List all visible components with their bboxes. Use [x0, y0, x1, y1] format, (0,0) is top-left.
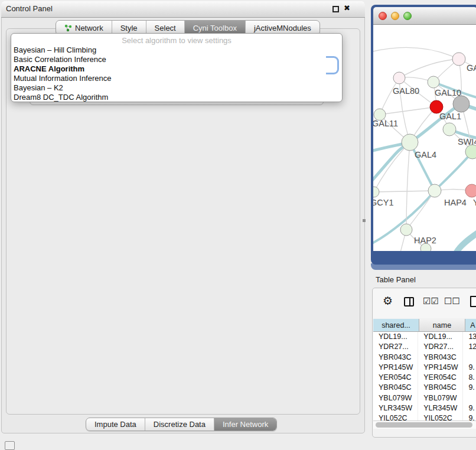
panel-splitter-grip[interactable]: [363, 219, 366, 222]
table-cell: YBR043C: [373, 353, 418, 363]
tab-label: Select: [155, 24, 176, 32]
algorithm-option-bayesian-k2[interactable]: Bayesian – K2: [11, 83, 342, 93]
zoom-traffic-light-icon[interactable]: [403, 12, 412, 20]
node-salmon[interactable]: [465, 184, 476, 197]
table-cell: YBR045C: [373, 383, 418, 393]
table-cell: 8.: [463, 373, 476, 383]
control-panel-titlebar[interactable]: [1, 1, 365, 18]
table-row[interactable]: YBR043CYBR043C: [373, 353, 476, 363]
network-edge[interactable]: [380, 107, 436, 115]
network-edge[interactable]: [399, 59, 459, 78]
table-cell: YBR043C: [418, 353, 463, 363]
table-cell: YLR345W: [373, 403, 418, 413]
network-view-window[interactable]: GALGAL80GAL10GAL1GAL11SWI4GAL4GCY1HAP4YH…: [371, 5, 476, 265]
column-layout-icon[interactable]: [404, 297, 414, 306]
table-cell: YDR27...: [418, 342, 463, 352]
minimized-panel-icon[interactable]: [5, 441, 15, 450]
minimize-traffic-light-icon[interactable]: [391, 12, 399, 20]
table-cell: YPR145W: [418, 363, 463, 373]
table-scrollbar-thumb[interactable]: [376, 422, 472, 428]
algorithm-option-dream8-dc-tdc-algorithm[interactable]: Dream8 DC_TDC Algorithm: [11, 93, 342, 102]
tab-infer-network[interactable]: Infer Network: [214, 418, 276, 431]
export-table-icon[interactable]: [470, 296, 476, 307]
close-traffic-light-icon[interactable]: [379, 12, 387, 20]
table-cell: YER054C: [418, 373, 463, 383]
network-icon: [64, 24, 72, 32]
node-label-hap4: HAP4: [444, 198, 467, 207]
table-rows: YDL19...YDL19...13YDR27...YDR27...12YBR0…: [373, 332, 476, 420]
tab-label: Style: [120, 24, 138, 32]
select-all-checkbox-icon[interactable]: ☑☑: [423, 296, 439, 306]
table-row[interactable]: YLR345WYLR345W9.: [373, 403, 476, 413]
node-gcy1[interactable]: [373, 187, 379, 197]
network-window-titlebar[interactable]: [373, 7, 476, 25]
table-cell: [463, 353, 476, 363]
close-icon[interactable]: ✖: [344, 4, 350, 12]
node-gal-top[interactable]: [452, 53, 465, 66]
table-cell: 9.: [463, 413, 476, 420]
table-header-row: shared...nameA: [373, 319, 476, 332]
node-label-gal10: GAL10: [435, 88, 461, 97]
table-cell: YDR27...: [373, 342, 418, 352]
control-panel-title: Control Panel: [6, 4, 53, 13]
network-edge[interactable]: [374, 191, 435, 192]
table-cell: YLR345W: [418, 403, 463, 413]
node-label-swi4: SWI4: [458, 137, 476, 146]
float-window-icon[interactable]: [332, 6, 339, 12]
tab-label: Cyni Toolbox: [193, 24, 237, 32]
node-swi4[interactable]: [443, 123, 456, 136]
tab-discretize-data[interactable]: Discretize Data: [145, 418, 214, 431]
table-cell: YPR145W: [373, 363, 418, 373]
network-edge[interactable]: [406, 191, 435, 230]
table-cell: YDL19...: [373, 332, 418, 342]
algorithm-option-basic-correlation-inference[interactable]: Basic Correlation Inference: [11, 55, 342, 64]
popup-prompt: Select algorithm to view settings: [11, 35, 342, 45]
node-gray[interactable]: [453, 96, 470, 112]
table-settings-gear-icon[interactable]: ⚙: [383, 294, 393, 307]
table-cell: 12: [463, 342, 476, 352]
table-panel-title: Table Panel: [376, 275, 416, 284]
table-cell: 9.: [463, 403, 476, 413]
network-graph[interactable]: GALGAL80GAL10GAL1GAL11SWI4GAL4GCY1HAP4YH…: [373, 25, 476, 251]
network-canvas[interactable]: GALGAL80GAL10GAL1GAL11SWI4GAL4GCY1HAP4YH…: [373, 25, 476, 251]
node-label-hap2: HAP2: [414, 236, 436, 245]
table-row[interactable]: YPR145WYPR145W9.: [373, 363, 476, 373]
algorithm-option-mutual-information-inference[interactable]: Mutual Information Inference: [11, 74, 342, 83]
table-cell: YIL052C: [418, 413, 463, 420]
table-row[interactable]: YDL19...YDL19...13: [373, 332, 476, 342]
node-gal80[interactable]: [393, 72, 405, 84]
algorithm-option-aracne-algorithm[interactable]: ARACNE Algorithm: [11, 64, 342, 74]
table-cell: YBL079W: [373, 393, 418, 403]
node-gal4[interactable]: [402, 134, 418, 151]
algorithm-option-bayesian-hill-climbing[interactable]: Bayesian – Hill Climbing: [11, 45, 342, 55]
column-header-a[interactable]: A: [465, 319, 476, 332]
table-row[interactable]: YER054CYER054C8.: [373, 373, 476, 383]
network-edge[interactable]: [380, 78, 399, 115]
table-cell: YIL052C: [373, 413, 418, 420]
table-horizontal-scrollbar[interactable]: [373, 420, 476, 429]
table-cell: 9.: [463, 363, 476, 373]
table-cell: YBL079W: [418, 393, 463, 403]
table-cell: YBR045C: [418, 383, 463, 393]
table-cell: YER054C: [373, 373, 418, 383]
node-label-gal1: GAL1: [439, 112, 461, 121]
network-edge[interactable]: [373, 47, 459, 59]
tab-impute-data[interactable]: Impute Data: [86, 418, 145, 431]
node-hap2[interactable]: [400, 224, 412, 236]
node-hap4[interactable]: [428, 184, 441, 197]
network-edge-thick[interactable]: [435, 152, 472, 191]
node-label-gal4: GAL4: [415, 150, 436, 159]
column-header-shared-[interactable]: shared...: [373, 319, 419, 332]
table-row[interactable]: YBR045CYBR045C9.: [373, 383, 476, 393]
screen: Control Panel ✖ NetworkStyleSelectCyni T…: [0, 0, 476, 450]
node-gal10[interactable]: [428, 76, 439, 88]
table-row[interactable]: YDR27...YDR27...12: [373, 342, 476, 352]
column-header-name[interactable]: name: [419, 319, 465, 332]
node-label-y: Y: [473, 198, 476, 207]
deselect-all-checkbox-icon[interactable]: ☐☐: [444, 296, 460, 306]
table-row[interactable]: YBL079WYBL079W: [373, 393, 476, 403]
tab-label: Network: [75, 24, 103, 32]
node-label-gal: GAL: [467, 63, 476, 73]
table-row[interactable]: YIL052CYIL052C9.: [373, 413, 476, 420]
network-edge-thick[interactable]: [457, 229, 476, 251]
